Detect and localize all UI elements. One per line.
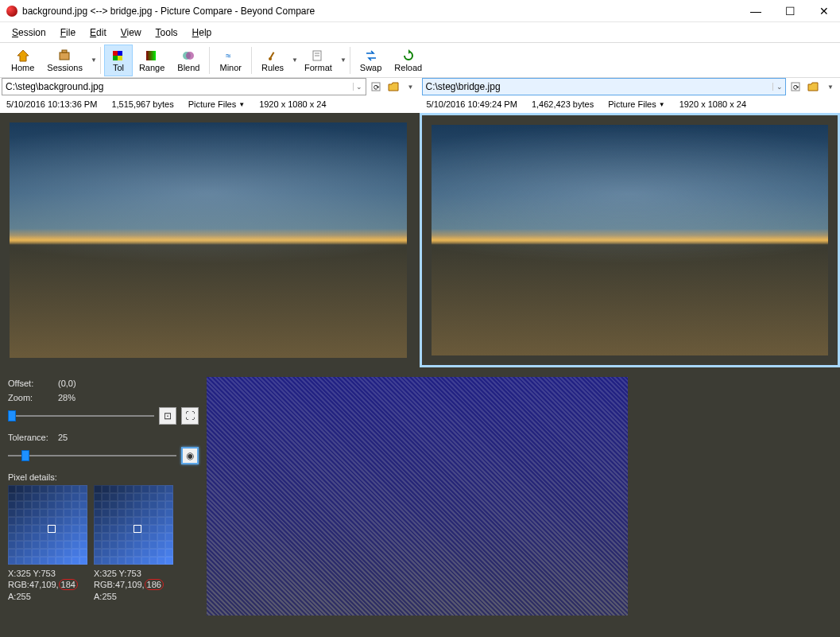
menu-edit[interactable]: Edit [83, 25, 114, 41]
zoom-slider[interactable] [8, 415, 154, 417]
blend-label: Blend [177, 63, 199, 72]
svg-rect-12 [270, 52, 275, 58]
left-path-wrap: ⌄ [2, 78, 366, 95]
blend-button[interactable]: Blend [171, 45, 206, 76]
range-button[interactable]: Range [133, 45, 171, 76]
zoom-label: Zoom: [8, 393, 52, 402]
zoom-slider-row: ⊡ ⛶ [8, 407, 199, 425]
right-timestamp: 5/10/2016 10:49:24 PM [427, 99, 517, 109]
left-filetype-dropdown[interactable]: Picture Files▼ [188, 99, 245, 109]
tolerance-slider[interactable] [8, 455, 176, 456]
tol-button[interactable]: Tol [104, 45, 133, 76]
sessions-group: Sessions ▼ [41, 45, 97, 76]
rules-dropdown[interactable]: ▼ [292, 56, 298, 64]
menu-view[interactable]: View [114, 25, 149, 41]
left-pixel-rgb: RGB:47,109,184 [8, 579, 87, 590]
menu-help[interactable]: Help [185, 25, 219, 41]
minor-label: Minor [219, 63, 242, 72]
right-dimensions: 1920 x 1080 x 24 [679, 99, 746, 109]
format-icon [311, 49, 325, 63]
format-dropdown[interactable]: ▼ [340, 56, 346, 64]
path-row: ⌄ ⟳ ▼ ⌄ ⟳ ▼ [0, 78, 840, 95]
right-path-dropdown[interactable]: ⌄ [772, 83, 785, 91]
left-browse-dropdown[interactable]: ▼ [403, 78, 419, 95]
left-info: 5/10/2016 10:13:36 PM 1,515,967 bytes Pi… [0, 99, 420, 109]
svg-rect-6 [118, 56, 122, 60]
right-browse-dropdown[interactable]: ▼ [823, 78, 838, 95]
left-pixel-xy: X:325 Y:753 [8, 568, 87, 579]
right-path-input[interactable] [423, 81, 773, 92]
offset-row: Offset: (0,0) [8, 379, 199, 388]
right-image-pane[interactable] [420, 113, 841, 367]
left-dimensions: 1920 x 1080 x 24 [259, 99, 326, 109]
window-title: background.jpg <--> bridge.jpg - Picture… [22, 6, 315, 17]
tolerance-row: Tolerance: 25 [8, 433, 199, 442]
maximize-button[interactable]: ☐ [780, 3, 800, 19]
svg-rect-4 [118, 51, 122, 56]
swap-button[interactable]: Swap [354, 45, 389, 76]
close-button[interactable]: ✕ [815, 3, 834, 19]
left-image-pane[interactable] [0, 113, 416, 367]
format-button[interactable]: Format [298, 45, 339, 76]
format-label: Format [304, 63, 332, 72]
tolerance-mode-button[interactable]: ◉ [181, 447, 199, 464]
window-controls: — ☐ ✕ [745, 3, 834, 19]
home-icon [16, 49, 30, 63]
right-history-button[interactable]: ⟳ [788, 78, 803, 95]
sessions-icon [58, 49, 72, 63]
menu-tools[interactable]: Tools [149, 25, 185, 41]
home-button[interactable]: Home [5, 45, 41, 76]
rules-icon [265, 49, 280, 63]
pixel-details-label: Pixel details: [8, 472, 199, 482]
left-path-dropdown[interactable]: ⌄ [353, 83, 366, 91]
toolbar-separator [350, 47, 350, 74]
left-browse-button[interactable] [385, 78, 401, 95]
zoom-slider-thumb[interactable] [8, 410, 16, 421]
left-path-input[interactable] [2, 81, 353, 92]
sessions-dropdown[interactable]: ▼ [91, 56, 97, 64]
zoom-actual-button[interactable]: ⛶ [181, 407, 199, 425]
svg-rect-2 [62, 50, 67, 52]
zoom-row: Zoom: 28% [8, 393, 199, 402]
minor-icon: ≈ [223, 49, 238, 63]
toolbar-separator [100, 47, 101, 74]
right-rgb-highlight: 186 [145, 579, 164, 590]
menu-file[interactable]: File [53, 25, 83, 41]
right-pixel-alpha: A:255 [94, 591, 173, 602]
left-history-button[interactable]: ⟳ [368, 78, 384, 95]
offset-label: Offset: [8, 379, 52, 388]
rules-button[interactable]: Rules [255, 45, 290, 76]
sessions-button[interactable]: Sessions [41, 45, 89, 76]
tolerance-slider-thumb[interactable] [21, 450, 29, 461]
titlebar: background.jpg <--> bridge.jpg - Picture… [0, 0, 840, 22]
zoom-fit-button[interactable]: ⊡ [159, 407, 176, 425]
menu-session[interactable]: Session [5, 25, 53, 41]
tolerance-value: 25 [58, 433, 68, 442]
diff-image[interactable] [207, 377, 628, 616]
minimize-button[interactable]: — [745, 3, 766, 19]
reload-button[interactable]: Reload [388, 45, 428, 76]
svg-rect-5 [113, 56, 118, 60]
minor-button[interactable]: ≈ Minor [213, 45, 248, 76]
app-icon [6, 6, 17, 17]
right-filetype-dropdown[interactable]: Picture Files▼ [608, 99, 664, 109]
right-pixel-text: X:325 Y:753 RGB:47,109,186 A:255 [94, 568, 173, 602]
right-info: 5/10/2016 10:49:24 PM 1,462,423 bytes Pi… [420, 99, 841, 109]
svg-text:≈: ≈ [226, 50, 231, 61]
right-pixel-xy: X:325 Y:753 [94, 568, 173, 579]
toolbar-separator [209, 47, 210, 74]
left-pixel-text: X:325 Y:753 RGB:47,109,184 A:255 [8, 568, 87, 602]
info-row: 5/10/2016 10:13:36 PM 1,515,967 bytes Pi… [0, 95, 840, 113]
swap-label: Swap [360, 63, 382, 72]
image-compare-area [0, 113, 840, 367]
bottom-panel: Offset: (0,0) Zoom: 28% ⊡ ⛶ Tolerance: 2… [0, 371, 840, 637]
toolbar-separator [251, 47, 252, 74]
svg-rect-7 [146, 51, 156, 60]
left-pixel-column: X:325 Y:753 RGB:47,109,184 A:255 [8, 485, 87, 602]
right-path-area: ⌄ ⟳ ▼ [420, 78, 841, 95]
reload-label: Reload [394, 63, 422, 72]
right-pixel-column: X:325 Y:753 RGB:47,109,186 A:255 [94, 485, 173, 602]
right-browse-button[interactable] [805, 78, 821, 95]
tolerance-label: Tolerance: [8, 433, 52, 442]
reload-icon [401, 49, 416, 63]
